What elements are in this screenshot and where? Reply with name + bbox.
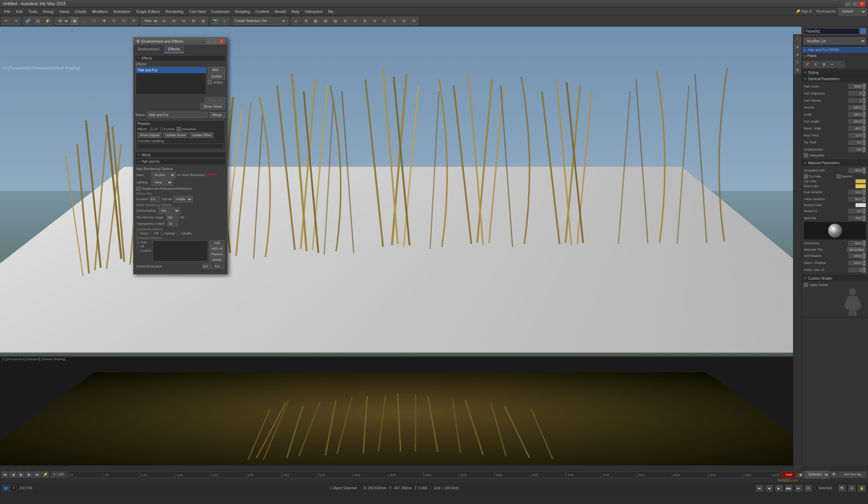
displacement-up[interactable]: ▲	[862, 146, 866, 149]
next-frame-btn[interactable]: ▶	[26, 471, 33, 478]
create-selection-btn[interactable]: ▼	[279, 17, 288, 25]
radio-all[interactable]: All	[150, 127, 158, 131]
render-loop-btn[interactable]: ⟳	[805, 485, 812, 491]
lighting-dropdown[interactable]: None	[152, 179, 173, 186]
search-btn[interactable]: 🔍	[839, 485, 846, 491]
timeline-slider[interactable]: 0 5 10 15 20 25 30 35 40 45 50 55 60 65 …	[68, 471, 779, 478]
oversampling-dropdown[interactable]: low medium high	[159, 208, 180, 214]
global-illum-val1[interactable]	[202, 264, 213, 269]
menu-help[interactable]: Help	[289, 9, 302, 14]
menu-rendering[interactable]: Rendering	[163, 9, 186, 14]
rt-add-icon[interactable]: +	[794, 36, 801, 43]
root-thick-up[interactable]: ▲	[862, 132, 866, 135]
create-selection-input[interactable]: Create Selection Set	[233, 17, 278, 25]
effects-list-item[interactable]: Hair and Fur	[136, 67, 206, 73]
toolbar-layers5[interactable]: ▧	[331, 17, 340, 25]
about-header[interactable]: About	[136, 152, 225, 158]
key-filter-btn[interactable]: 🔍	[831, 471, 838, 478]
key-btn[interactable]: 🔑	[42, 471, 49, 478]
material-params-header[interactable]: Material Parameters	[802, 160, 868, 166]
toolbar-extra3[interactable]: ⊗	[360, 17, 369, 25]
occ-replace-btn[interactable]: Replace	[209, 252, 225, 257]
toolbar-layers3[interactable]: ▦	[311, 17, 320, 25]
comp-normal-dot[interactable]	[160, 232, 164, 235]
filter-dropdown[interactable]: All	[55, 17, 69, 25]
selected-dropdown[interactable]: Selected	[805, 471, 829, 478]
squirrel-checkbox[interactable]	[836, 174, 841, 178]
effects-list[interactable]: Hair and Fur	[136, 67, 206, 95]
occ-custom-dot[interactable]	[136, 249, 140, 252]
view-dropdown[interactable]: View	[141, 17, 159, 25]
comp-normal[interactable]: Normal	[160, 232, 175, 235]
radio-current-dot[interactable]	[160, 127, 163, 131]
toolbar-bind-to-space-warp[interactable]: ⚡	[43, 17, 52, 25]
menu-edit[interactable]: Edit	[13, 9, 26, 14]
status-icon1[interactable]: M	[3, 485, 9, 491]
toolbar-scale2[interactable]: ⟲	[129, 17, 138, 25]
geom-shadow-down[interactable]: ▼	[862, 263, 866, 266]
minimize-btn[interactable]: —	[845, 1, 851, 7]
dialog-close[interactable]: ✕	[219, 39, 225, 44]
occ-all[interactable]: All	[136, 245, 151, 248]
menu-customize[interactable]: Customize	[208, 9, 232, 14]
geom-shadow-up[interactable]: ▲	[862, 260, 866, 263]
geom-mat-id-down[interactable]: ▼	[862, 270, 866, 273]
toolbar-extra1[interactable]: ⊕	[340, 17, 350, 25]
root-thick-down[interactable]: ▼	[862, 135, 866, 139]
menu-arnold[interactable]: Arnold	[272, 9, 289, 14]
play-btn[interactable]: ▶	[18, 471, 25, 478]
name-input[interactable]	[147, 112, 207, 118]
comp-gbuffer[interactable]: GBuffer	[177, 232, 192, 235]
occ-amb-down[interactable]: ▼	[862, 170, 866, 174]
tip-thick-down[interactable]: ▼	[862, 142, 866, 146]
occ-auto-dot[interactable]	[136, 240, 140, 244]
glossiness-down[interactable]: ▼	[862, 243, 866, 246]
tile-memory-input[interactable]	[166, 215, 179, 220]
menu-civil-view[interactable]: Civil View	[186, 9, 208, 14]
icon-delete[interactable]: 🗑	[820, 61, 828, 68]
replace-reflections-checkbox[interactable]	[136, 187, 140, 191]
menu-file[interactable]: File	[1, 9, 13, 14]
general-params-header[interactable]: General Parameters	[802, 76, 868, 82]
toolbar-extra2[interactable]: ⊖	[350, 17, 359, 25]
density-input[interactable]	[848, 105, 862, 110]
interval-dropdown[interactable]: middle start end	[173, 196, 193, 202]
rt-zoom-icon[interactable]: ⊕	[794, 51, 801, 58]
hair-count-input[interactable]	[848, 84, 862, 89]
occ-amb-input[interactable]	[848, 168, 862, 173]
render-step-btn[interactable]: ◀	[766, 485, 773, 491]
tip-fade-checkbox[interactable]	[804, 174, 808, 178]
menu-graph-editors[interactable]: Graph Editors	[133, 9, 163, 14]
mutant-pct-down[interactable]: ▼	[862, 211, 866, 214]
root-thick-input[interactable]	[848, 133, 862, 138]
menu-content[interactable]: Content	[253, 9, 272, 14]
icon-edit[interactable]: ✏	[828, 61, 836, 68]
hairs-dropdown[interactable]: mr prim Buffer Geometry	[152, 172, 175, 178]
add-effect-btn[interactable]: Add...	[208, 67, 225, 73]
status-icon2[interactable]: ✕	[11, 485, 17, 491]
toolbar-unlink[interactable]: ⛓	[33, 17, 42, 25]
move-up-btn[interactable]: Move Up	[205, 97, 225, 103]
apply-shader-checkbox[interactable]	[804, 283, 808, 287]
occ-all-dot[interactable]	[136, 245, 140, 248]
menu-scripting[interactable]: Scripting	[232, 9, 253, 14]
displacement-down[interactable]: ▼	[862, 149, 866, 153]
lock-btn[interactable]: 🔒	[858, 485, 865, 491]
hair-seg-down[interactable]: ▼	[862, 93, 866, 97]
specular-input[interactable]	[848, 216, 862, 220]
hair-seg-up[interactable]: ▲	[862, 90, 866, 93]
specular-down[interactable]: ▼	[862, 218, 866, 221]
toolbar-zoom-ext2[interactable]: ⊠	[199, 17, 208, 25]
cut-length-down[interactable]: ▼	[862, 121, 866, 125]
hue-var-up[interactable]: ▲	[862, 189, 866, 192]
tip-thick-input[interactable]	[848, 140, 862, 145]
self-shadow-down[interactable]: ▼	[862, 256, 866, 259]
modifier-hair-fur[interactable]: ▷ Hair and Fur (WSM)	[802, 47, 868, 53]
toolbar-select-name[interactable]: ⬚	[80, 17, 89, 25]
specular-up[interactable]: ▲	[862, 215, 866, 218]
render-prev-btn[interactable]: ⏮	[756, 485, 763, 491]
update-effect-btn[interactable]: Update Effect	[190, 132, 213, 138]
global-illum-val2[interactable]	[214, 264, 225, 269]
toolbar-select-move[interactable]: ✚	[99, 17, 109, 25]
density-up[interactable]: ▲	[862, 104, 866, 107]
